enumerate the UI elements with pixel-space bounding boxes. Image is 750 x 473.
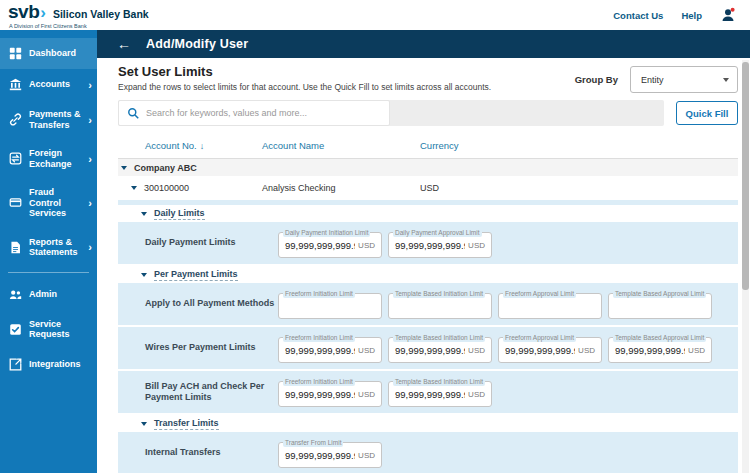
- svb-logo-text: svb: [8, 1, 39, 23]
- chevron-right-icon: ›: [88, 242, 92, 252]
- sidebar-item-label: Service Requests: [29, 319, 92, 340]
- limit-input-transfer-from-limit[interactable]: [279, 450, 358, 461]
- column-account-no[interactable]: Account No. ↓: [118, 140, 262, 151]
- limit-row-label: Bill Pay ACH and Check Per Payment Limit…: [145, 381, 278, 403]
- limit-input-template-based-initiation-limit[interactable]: [389, 345, 468, 356]
- limit-input-daily-payment-initiation-limit[interactable]: [279, 240, 358, 251]
- account-number: 300100000: [144, 183, 189, 193]
- service-requests-icon: [9, 323, 22, 336]
- currency-suffix: USD: [468, 241, 491, 250]
- currency-suffix: USD: [358, 390, 381, 399]
- field-freeform-initiation-limit: Freeform Initiation LimitUSD: [278, 381, 382, 407]
- table-header-row: Account No. ↓ Account Name Currency: [118, 133, 738, 159]
- limit-row-bill-pay-ach-and-check-per-payment-limits: Bill Pay ACH and Check Per Payment Limit…: [118, 371, 738, 413]
- field-label: Template Based Approval Limit: [613, 334, 706, 342]
- sidebar-nav: DashboardAccounts›Payments & Transfers›F…: [0, 30, 97, 473]
- admin-icon: [9, 288, 22, 301]
- back-button[interactable]: ←: [117, 37, 131, 51]
- sidebar-item-integrations[interactable]: Integrations: [0, 349, 97, 380]
- limit-row-internal-transfers: Internal TransfersTransfer From LimitUSD: [118, 432, 738, 473]
- group-row-company[interactable]: Company ABC: [118, 159, 738, 176]
- field-freeform-initiation-limit: Freeform Initiation LimitUSD: [278, 337, 382, 363]
- currency-suffix: USD: [578, 346, 601, 355]
- field-label: Daily Payment Approval Limit: [393, 229, 482, 237]
- limit-input-freeform-initiation-limit[interactable]: [279, 389, 358, 400]
- field-template-based-approval-limit: Template Based Approval Limit: [608, 293, 712, 319]
- sidebar-item-accounts[interactable]: Accounts›: [0, 69, 97, 100]
- section-row-transfer-limits[interactable]: Transfer Limits: [118, 415, 738, 432]
- svb-logo-chevron-icon: ›: [40, 3, 46, 23]
- sidebar-item-label: Payments & Transfers: [29, 109, 81, 130]
- search-input[interactable]: [146, 108, 381, 118]
- section-row-per-payment-limits[interactable]: Per Payment Limits: [118, 266, 738, 283]
- field-freeform-approval-limit: Freeform Approval LimitUSD: [498, 337, 602, 363]
- field-label: Template Based Initiation Limit: [393, 378, 485, 386]
- brand-tagline: A Division of First Citizens Bank: [9, 23, 149, 29]
- field-label: Template Based Initiation Limit: [393, 334, 485, 342]
- vertical-scrollbar[interactable]: [742, 60, 749, 473]
- group-row-label: Company ABC: [134, 163, 197, 173]
- limit-input-daily-payment-approval-limit[interactable]: [389, 240, 468, 251]
- field-label: Daily Payment Initiation Limit: [283, 229, 370, 237]
- account-name: Analysis Checking: [262, 183, 420, 193]
- collapse-arrow-icon[interactable]: [141, 273, 147, 277]
- page-header-bar: ← Add/Modify User: [97, 30, 750, 58]
- sidebar-divider: [8, 272, 89, 273]
- sidebar-item-dashboard[interactable]: Dashboard: [0, 38, 97, 69]
- help-link[interactable]: Help: [681, 10, 702, 21]
- section-label: Per Payment Limits: [154, 269, 238, 281]
- sidebar-item-label: Foreign Exchange: [29, 148, 81, 169]
- user-icon[interactable]: [720, 7, 736, 23]
- search-icon: [127, 107, 140, 120]
- collapse-arrow-icon[interactable]: [141, 212, 147, 216]
- limit-fields: Freeform Initiation LimitUSDTemplate Bas…: [278, 376, 492, 407]
- collapse-arrow-icon[interactable]: [121, 166, 127, 170]
- quick-fill-button[interactable]: Quick Fill: [676, 101, 738, 125]
- dashboard-icon: [9, 47, 22, 60]
- scrollbar-thumb[interactable]: [742, 62, 749, 290]
- sidebar-item-foreign-exchange[interactable]: Foreign Exchange›: [0, 139, 97, 178]
- sidebar-item-payments-transfers[interactable]: Payments & Transfers›: [0, 100, 97, 139]
- field-label: Template Based Approval Limit: [613, 290, 706, 298]
- limit-input-freeform-approval-limit[interactable]: [499, 301, 601, 312]
- sidebar-item-service-requests[interactable]: Service Requests: [0, 310, 97, 349]
- collapse-arrow-icon[interactable]: [141, 422, 147, 426]
- sort-descending-icon[interactable]: ↓: [200, 141, 205, 151]
- limit-input-template-based-initiation-limit[interactable]: [389, 389, 468, 400]
- sidebar-item-fraud-control-services[interactable]: Fraud Control Services›: [0, 178, 97, 228]
- field-label: Freeform Approval Limit: [503, 290, 576, 298]
- field-daily-payment-initiation-limit: Daily Payment Initiation LimitUSD: [278, 232, 382, 258]
- limit-input-template-based-approval-limit[interactable]: [609, 345, 688, 356]
- fraud-control-icon: [9, 196, 22, 209]
- payments-transfers-icon: [9, 113, 22, 126]
- limit-input-freeform-initiation-limit[interactable]: [279, 301, 381, 312]
- field-template-based-initiation-limit: Template Based Initiation LimitUSD: [388, 381, 492, 407]
- limit-input-freeform-initiation-limit[interactable]: [279, 345, 358, 356]
- search-field[interactable]: [118, 100, 390, 126]
- chevron-right-icon: ›: [88, 198, 92, 208]
- accounts-icon: [9, 78, 22, 91]
- sidebar-item-admin[interactable]: Admin: [0, 279, 97, 310]
- column-currency[interactable]: Currency: [420, 140, 738, 151]
- limit-input-freeform-approval-limit[interactable]: [499, 345, 578, 356]
- account-number-cell[interactable]: 300100000: [118, 183, 262, 193]
- limit-row-label: Internal Transfers: [145, 447, 278, 458]
- account-currency: USD: [420, 183, 738, 193]
- sidebar-item-label: Admin: [29, 289, 92, 300]
- app-window: svb › Silicon Valley Bank A Division of …: [0, 0, 750, 473]
- limit-input-template-based-initiation-limit[interactable]: [389, 301, 491, 312]
- sidebar-item-label: Fraud Control Services: [29, 187, 81, 219]
- group-by-select[interactable]: Entity: [630, 66, 738, 93]
- column-account-name[interactable]: Account Name: [262, 140, 420, 151]
- contact-us-link[interactable]: Contact Us: [613, 10, 663, 21]
- field-freeform-approval-limit: Freeform Approval Limit: [498, 293, 602, 319]
- limit-fields: Freeform Initiation LimitTemplate Based …: [278, 288, 712, 319]
- section-row-daily-limits[interactable]: Daily Limits: [118, 205, 738, 222]
- svb-logo: svb › Silicon Valley Bank A Division of …: [8, 1, 149, 29]
- sidebar-item-reports-statements[interactable]: Reports & Statements›: [0, 228, 97, 267]
- collapse-arrow-icon[interactable]: [131, 186, 137, 190]
- limit-input-template-based-approval-limit[interactable]: [609, 301, 711, 312]
- limit-row-wires-per-payment-limits: Wires Per Payment LimitsFreeform Initiat…: [118, 327, 738, 369]
- page-title: Set User Limits: [118, 64, 491, 79]
- group-by-value: Entity: [641, 75, 723, 85]
